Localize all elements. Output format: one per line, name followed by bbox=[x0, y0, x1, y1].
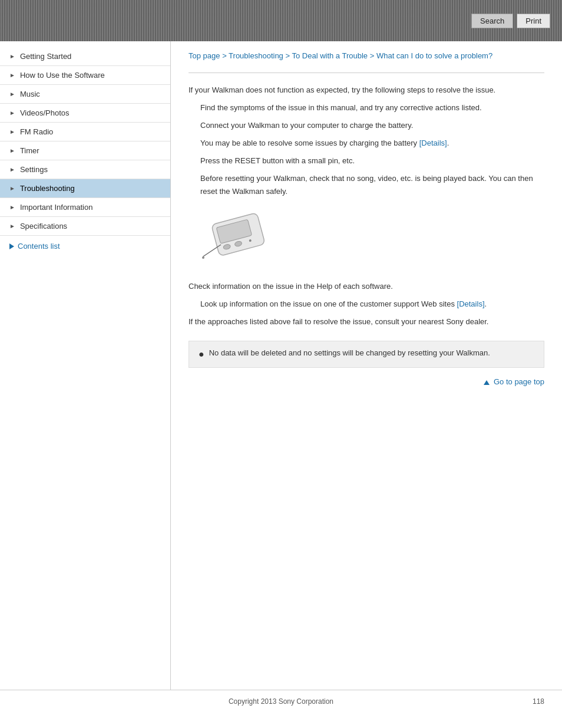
step3b-text: Before resetting your Walkman, check tha… bbox=[200, 172, 544, 198]
arrow-icon: ► bbox=[9, 147, 15, 154]
triangle-up-icon bbox=[484, 380, 490, 385]
breadcrumb-troubleshooting[interactable]: Troubleshooting bbox=[229, 51, 283, 60]
sidebar-item-specifications[interactable]: ► Specifications bbox=[0, 217, 170, 236]
copyright-text: Copyright 2013 Sony Corporation bbox=[229, 697, 333, 706]
sidebar-item-troubleshooting[interactable]: ► Troubleshooting bbox=[0, 179, 170, 198]
contents-list-label: Contents list bbox=[18, 242, 60, 251]
sidebar-label: FM Radio bbox=[20, 127, 53, 136]
sidebar-label: Getting Started bbox=[20, 52, 71, 61]
svg-point-6 bbox=[202, 256, 204, 259]
arrow-icon: ► bbox=[9, 185, 15, 192]
step2a-text: Connect your Walkman to your computer to… bbox=[200, 119, 544, 132]
footer: Copyright 2013 Sony Corporation 118 bbox=[0, 690, 562, 713]
sidebar-item-fm-radio[interactable]: ► FM Radio bbox=[0, 123, 170, 141]
sidebar-item-getting-started[interactable]: ► Getting Started bbox=[0, 47, 170, 66]
details-link-battery[interactable]: [Details] bbox=[419, 139, 447, 147]
page-number: 118 bbox=[533, 697, 544, 706]
go-to-page-top-link[interactable]: Go to page top bbox=[484, 377, 544, 386]
step3-block: Press the RESET button with a small pin,… bbox=[200, 154, 544, 198]
breadcrumb-top-page[interactable]: Top page bbox=[189, 51, 220, 60]
search-button[interactable]: Search bbox=[471, 14, 513, 28]
breadcrumb-sep1: > bbox=[222, 51, 229, 60]
arrow-icon: ► bbox=[9, 166, 15, 173]
breadcrumb-sep3: > bbox=[370, 51, 376, 60]
step2-block: Connect your Walkman to your computer to… bbox=[200, 119, 544, 150]
note-text: No data will be deleted and no settings … bbox=[209, 348, 490, 357]
arrow-icon: ► bbox=[9, 110, 15, 116]
sidebar-item-settings[interactable]: ► Settings bbox=[0, 160, 170, 179]
sidebar-label: Music bbox=[20, 90, 40, 98]
sidebar-item-music[interactable]: ► Music bbox=[0, 85, 170, 104]
print-button[interactable]: Print bbox=[517, 14, 550, 28]
walkman-image bbox=[200, 206, 544, 269]
arrow-icon: ► bbox=[9, 53, 15, 60]
arrow-icon: ► bbox=[9, 72, 15, 78]
walkman-svg bbox=[200, 206, 277, 265]
breadcrumb-to-deal[interactable]: To Deal with a Trouble bbox=[292, 51, 368, 60]
step5-paragraph: Look up information on the issue on one … bbox=[200, 298, 544, 311]
sidebar-label: Videos/Photos bbox=[20, 108, 70, 117]
step6-paragraph: If the approaches listed above fail to r… bbox=[189, 315, 544, 328]
details-link-support[interactable]: [Details] bbox=[457, 299, 485, 308]
sidebar-item-videos-photos[interactable]: ► Videos/Photos bbox=[0, 104, 170, 123]
intro-paragraph: If your Walkman does not function as exp… bbox=[189, 84, 544, 97]
sidebar-item-how-to-use[interactable]: ► How to Use the Software bbox=[0, 66, 170, 85]
content-section: If your Walkman does not function as exp… bbox=[189, 84, 544, 329]
breadcrumb: Top page > Troubleshooting > To Deal wit… bbox=[189, 50, 544, 62]
note-bullet-icon: ● bbox=[199, 348, 204, 361]
arrow-icon: ► bbox=[9, 129, 15, 135]
sidebar-label: How to Use the Software bbox=[20, 71, 105, 80]
content-divider bbox=[189, 73, 544, 73]
step3a-text: Press the RESET button with a small pin,… bbox=[200, 154, 544, 167]
sidebar-item-timer[interactable]: ► Timer bbox=[0, 141, 170, 160]
step2b-text: You may be able to resolve some issues b… bbox=[200, 137, 544, 150]
sidebar-label: Settings bbox=[20, 165, 48, 174]
breadcrumb-what-can[interactable]: What can I do to solve a problem? bbox=[376, 51, 492, 60]
sidebar: ► Getting Started ► How to Use the Softw… bbox=[0, 41, 171, 690]
arrow-icon: ► bbox=[9, 204, 15, 210]
sidebar-label: Important Information bbox=[20, 203, 93, 212]
page-top-label: Go to page top bbox=[494, 377, 544, 386]
step4-paragraph: Check information on the issue in the He… bbox=[189, 280, 544, 293]
breadcrumb-sep2: > bbox=[285, 51, 292, 60]
page-top-link: Go to page top bbox=[189, 377, 544, 386]
main-content: Top page > Troubleshooting > To Deal wit… bbox=[171, 41, 562, 690]
note-box: ● No data will be deleted and no setting… bbox=[189, 341, 544, 368]
contents-list-arrow-icon bbox=[9, 243, 14, 249]
sidebar-label: Troubleshooting bbox=[20, 184, 75, 193]
arrow-icon: ► bbox=[9, 223, 15, 229]
arrow-icon: ► bbox=[9, 91, 15, 97]
sidebar-label: Specifications bbox=[20, 222, 67, 230]
main-layout: ► Getting Started ► How to Use the Softw… bbox=[0, 41, 562, 690]
contents-list-link[interactable]: Contents list bbox=[0, 236, 170, 256]
page-header: Search Print bbox=[0, 0, 562, 41]
sidebar-item-important-information[interactable]: ► Important Information bbox=[0, 198, 170, 217]
step1-paragraph: Find the symptoms of the issue in this m… bbox=[200, 101, 544, 114]
sidebar-label: Timer bbox=[20, 146, 39, 155]
